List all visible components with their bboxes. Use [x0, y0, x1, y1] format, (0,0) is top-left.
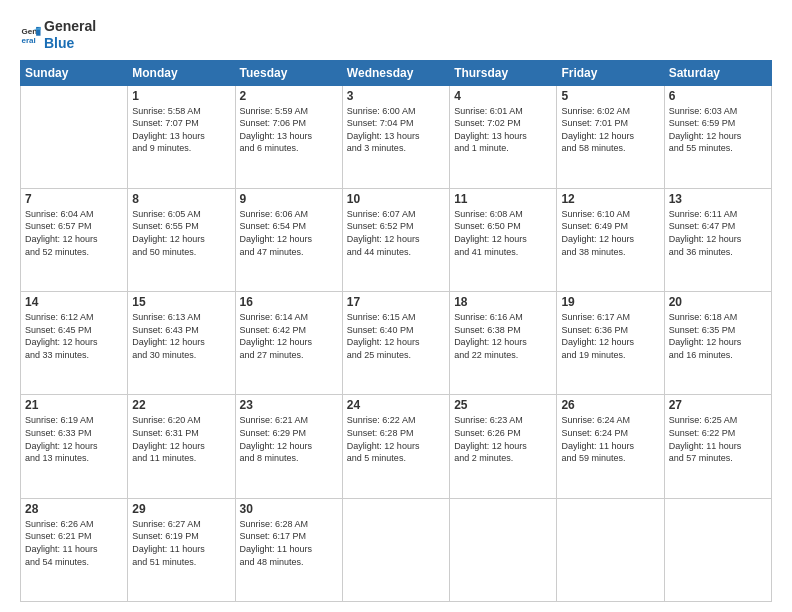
day-info: Sunrise: 6:24 AM Sunset: 6:24 PM Dayligh…	[561, 414, 659, 464]
page: Gen eral General Blue SundayMondayTuesda…	[0, 0, 792, 612]
calendar-cell: 5Sunrise: 6:02 AM Sunset: 7:01 PM Daylig…	[557, 85, 664, 188]
calendar-cell: 20Sunrise: 6:18 AM Sunset: 6:35 PM Dayli…	[664, 292, 771, 395]
day-info: Sunrise: 6:16 AM Sunset: 6:38 PM Dayligh…	[454, 311, 552, 361]
day-number: 11	[454, 192, 552, 206]
day-number: 5	[561, 89, 659, 103]
day-info: Sunrise: 6:04 AM Sunset: 6:57 PM Dayligh…	[25, 208, 123, 258]
weekday-header-tuesday: Tuesday	[235, 60, 342, 85]
day-info: Sunrise: 6:00 AM Sunset: 7:04 PM Dayligh…	[347, 105, 445, 155]
day-number: 1	[132, 89, 230, 103]
calendar-cell	[21, 85, 128, 188]
svg-text:eral: eral	[21, 36, 35, 45]
calendar-cell: 30Sunrise: 6:28 AM Sunset: 6:17 PM Dayli…	[235, 498, 342, 601]
day-info: Sunrise: 6:23 AM Sunset: 6:26 PM Dayligh…	[454, 414, 552, 464]
calendar-cell: 29Sunrise: 6:27 AM Sunset: 6:19 PM Dayli…	[128, 498, 235, 601]
logo-text-blue: Blue	[44, 35, 96, 52]
day-info: Sunrise: 6:17 AM Sunset: 6:36 PM Dayligh…	[561, 311, 659, 361]
day-info: Sunrise: 6:28 AM Sunset: 6:17 PM Dayligh…	[240, 518, 338, 568]
calendar-cell: 7Sunrise: 6:04 AM Sunset: 6:57 PM Daylig…	[21, 188, 128, 291]
weekday-header-monday: Monday	[128, 60, 235, 85]
logo: Gen eral General Blue	[20, 18, 96, 52]
day-number: 13	[669, 192, 767, 206]
day-number: 24	[347, 398, 445, 412]
day-info: Sunrise: 6:03 AM Sunset: 6:59 PM Dayligh…	[669, 105, 767, 155]
calendar-cell: 25Sunrise: 6:23 AM Sunset: 6:26 PM Dayli…	[450, 395, 557, 498]
day-info: Sunrise: 6:22 AM Sunset: 6:28 PM Dayligh…	[347, 414, 445, 464]
day-number: 4	[454, 89, 552, 103]
day-number: 27	[669, 398, 767, 412]
day-number: 12	[561, 192, 659, 206]
day-number: 30	[240, 502, 338, 516]
day-info: Sunrise: 6:21 AM Sunset: 6:29 PM Dayligh…	[240, 414, 338, 464]
day-info: Sunrise: 6:15 AM Sunset: 6:40 PM Dayligh…	[347, 311, 445, 361]
day-info: Sunrise: 6:11 AM Sunset: 6:47 PM Dayligh…	[669, 208, 767, 258]
day-number: 19	[561, 295, 659, 309]
calendar-cell: 19Sunrise: 6:17 AM Sunset: 6:36 PM Dayli…	[557, 292, 664, 395]
week-row-1: 1Sunrise: 5:58 AM Sunset: 7:07 PM Daylig…	[21, 85, 772, 188]
calendar-cell: 27Sunrise: 6:25 AM Sunset: 6:22 PM Dayli…	[664, 395, 771, 498]
calendar-cell: 4Sunrise: 6:01 AM Sunset: 7:02 PM Daylig…	[450, 85, 557, 188]
day-info: Sunrise: 6:10 AM Sunset: 6:49 PM Dayligh…	[561, 208, 659, 258]
calendar-cell: 13Sunrise: 6:11 AM Sunset: 6:47 PM Dayli…	[664, 188, 771, 291]
calendar-cell	[450, 498, 557, 601]
day-number: 2	[240, 89, 338, 103]
day-info: Sunrise: 6:14 AM Sunset: 6:42 PM Dayligh…	[240, 311, 338, 361]
day-info: Sunrise: 6:26 AM Sunset: 6:21 PM Dayligh…	[25, 518, 123, 568]
calendar-cell: 15Sunrise: 6:13 AM Sunset: 6:43 PM Dayli…	[128, 292, 235, 395]
calendar-cell	[664, 498, 771, 601]
logo-blue-text: Blue	[44, 35, 74, 51]
day-number: 3	[347, 89, 445, 103]
day-info: Sunrise: 6:06 AM Sunset: 6:54 PM Dayligh…	[240, 208, 338, 258]
calendar-cell: 9Sunrise: 6:06 AM Sunset: 6:54 PM Daylig…	[235, 188, 342, 291]
calendar-cell: 24Sunrise: 6:22 AM Sunset: 6:28 PM Dayli…	[342, 395, 449, 498]
day-number: 18	[454, 295, 552, 309]
day-info: Sunrise: 6:07 AM Sunset: 6:52 PM Dayligh…	[347, 208, 445, 258]
day-info: Sunrise: 6:01 AM Sunset: 7:02 PM Dayligh…	[454, 105, 552, 155]
logo-text-general: General	[44, 18, 96, 35]
day-number: 20	[669, 295, 767, 309]
day-info: Sunrise: 5:59 AM Sunset: 7:06 PM Dayligh…	[240, 105, 338, 155]
header: Gen eral General Blue	[20, 18, 772, 52]
day-number: 15	[132, 295, 230, 309]
day-info: Sunrise: 6:08 AM Sunset: 6:50 PM Dayligh…	[454, 208, 552, 258]
calendar-cell: 16Sunrise: 6:14 AM Sunset: 6:42 PM Dayli…	[235, 292, 342, 395]
day-number: 10	[347, 192, 445, 206]
day-info: Sunrise: 6:25 AM Sunset: 6:22 PM Dayligh…	[669, 414, 767, 464]
day-number: 9	[240, 192, 338, 206]
day-number: 14	[25, 295, 123, 309]
calendar-cell: 8Sunrise: 6:05 AM Sunset: 6:55 PM Daylig…	[128, 188, 235, 291]
calendar-cell: 1Sunrise: 5:58 AM Sunset: 7:07 PM Daylig…	[128, 85, 235, 188]
calendar-cell: 2Sunrise: 5:59 AM Sunset: 7:06 PM Daylig…	[235, 85, 342, 188]
calendar-cell: 12Sunrise: 6:10 AM Sunset: 6:49 PM Dayli…	[557, 188, 664, 291]
day-info: Sunrise: 6:02 AM Sunset: 7:01 PM Dayligh…	[561, 105, 659, 155]
logo-icon: Gen eral	[20, 24, 42, 46]
calendar-cell: 28Sunrise: 6:26 AM Sunset: 6:21 PM Dayli…	[21, 498, 128, 601]
weekday-header-friday: Friday	[557, 60, 664, 85]
day-number: 26	[561, 398, 659, 412]
calendar-cell	[557, 498, 664, 601]
day-info: Sunrise: 6:13 AM Sunset: 6:43 PM Dayligh…	[132, 311, 230, 361]
day-number: 16	[240, 295, 338, 309]
weekday-header-sunday: Sunday	[21, 60, 128, 85]
day-info: Sunrise: 6:18 AM Sunset: 6:35 PM Dayligh…	[669, 311, 767, 361]
day-number: 25	[454, 398, 552, 412]
week-row-5: 28Sunrise: 6:26 AM Sunset: 6:21 PM Dayli…	[21, 498, 772, 601]
calendar-cell: 18Sunrise: 6:16 AM Sunset: 6:38 PM Dayli…	[450, 292, 557, 395]
week-row-3: 14Sunrise: 6:12 AM Sunset: 6:45 PM Dayli…	[21, 292, 772, 395]
day-number: 17	[347, 295, 445, 309]
svg-text:Gen: Gen	[21, 27, 37, 36]
day-info: Sunrise: 6:20 AM Sunset: 6:31 PM Dayligh…	[132, 414, 230, 464]
calendar-cell: 17Sunrise: 6:15 AM Sunset: 6:40 PM Dayli…	[342, 292, 449, 395]
week-row-4: 21Sunrise: 6:19 AM Sunset: 6:33 PM Dayli…	[21, 395, 772, 498]
weekday-header-row: SundayMondayTuesdayWednesdayThursdayFrid…	[21, 60, 772, 85]
weekday-header-saturday: Saturday	[664, 60, 771, 85]
calendar-cell: 23Sunrise: 6:21 AM Sunset: 6:29 PM Dayli…	[235, 395, 342, 498]
day-info: Sunrise: 6:12 AM Sunset: 6:45 PM Dayligh…	[25, 311, 123, 361]
day-number: 29	[132, 502, 230, 516]
calendar-cell: 6Sunrise: 6:03 AM Sunset: 6:59 PM Daylig…	[664, 85, 771, 188]
calendar-cell: 14Sunrise: 6:12 AM Sunset: 6:45 PM Dayli…	[21, 292, 128, 395]
calendar-cell: 3Sunrise: 6:00 AM Sunset: 7:04 PM Daylig…	[342, 85, 449, 188]
day-number: 6	[669, 89, 767, 103]
day-number: 7	[25, 192, 123, 206]
calendar-cell: 21Sunrise: 6:19 AM Sunset: 6:33 PM Dayli…	[21, 395, 128, 498]
